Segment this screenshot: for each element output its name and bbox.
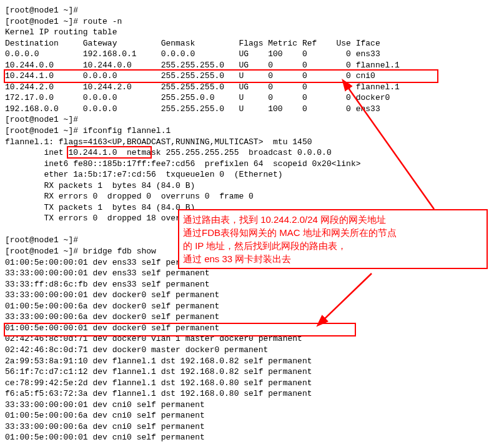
fdb-line: 33:33:00:00:00:01 dev docker0 self perma… xyxy=(5,290,499,301)
fdb-line: 33:33:00:00:00:6a dev docker0 self perma… xyxy=(5,312,499,323)
cmd-route: [root@node1 ~]# route -n xyxy=(5,16,499,27)
route-row: 10.244.1.0 0.0.0.0 255.255.255.0 U 0 0 0… xyxy=(5,71,499,82)
annotation-line: 通过FDB表得知网关的 MAC 地址和网关所在的节点 xyxy=(183,226,483,239)
fdb-line: 01:00:5e:00:00:01 dev cni0 self permanen… xyxy=(5,432,499,442)
annotation-callout: 通过路由表，找到 10.244.2.0/24 网段的网关地址 通过FDB表得知网… xyxy=(178,209,488,269)
fdb-line: 33:33:00:00:00:6a dev cni0 self permanen… xyxy=(5,421,499,433)
ifconfig-line: RX errors 0 dropped 0 overruns 0 frame 0 xyxy=(5,191,499,202)
route-row-highlight: 10.244.2.0 10.244.2.0 255.255.255.0 UG 0… xyxy=(5,82,499,93)
fdb-line: 33:33:00:00:00:01 dev ens33 self permane… xyxy=(5,268,499,279)
route-row: 0.0.0.0 192.168.0.1 0.0.0.0 UG 100 0 0 e… xyxy=(5,49,499,60)
annotation-line: 通过路由表，找到 10.244.2.0/24 网段的网关地址 xyxy=(183,213,483,226)
fdb-line: 02:42:46:8c:0d:71 dev docker0 master doc… xyxy=(5,345,499,356)
fdb-line: 02:42:46:8c:0d:71 dev docker0 vlan 1 mas… xyxy=(5,333,499,345)
route-header: Kernel IP routing table xyxy=(5,27,499,38)
route-row: 172.17.0.0 0.0.0.0 255.255.0.0 U 0 0 0 d… xyxy=(5,92,499,104)
prompt-line: [root@node1 ~]# xyxy=(5,5,499,16)
ifconfig-line: flannel.1: flags=4163<UP,BROADCAST,RUNNI… xyxy=(5,137,499,148)
fdb-line: 33:33:00:00:00:01 dev cni0 self permanen… xyxy=(5,400,499,411)
prompt-line: [root@node1 ~]# xyxy=(5,114,499,125)
fdb-line: 01:00:5e:00:00:6a dev cni0 self permanen… xyxy=(5,410,499,421)
fdb-line: 01:00:5e:00:00:01 dev docker0 self perma… xyxy=(5,323,499,334)
fdb-line: f6:a5:f5:63:72:3a dev flannel.1 dst 192.… xyxy=(5,388,499,400)
fdb-line: ce:78:99:42:5e:2d dev flannel.1 dst 192.… xyxy=(5,378,499,389)
annotation-line: 通过 ens 33 网卡封装出去 xyxy=(183,252,483,265)
ifconfig-ether-highlight: ether 1a:5b:17:e7:cd:56 txqueuelen 0 (Et… xyxy=(5,169,499,180)
route-columns: Destination Gateway Genmask Flags Metric… xyxy=(5,38,499,49)
cmd-ifconfig: [root@node1 ~]# ifconfig flannel.1 xyxy=(5,125,499,137)
annotation-line: 的 IP 地址，然后找到此网段的路由表， xyxy=(183,239,483,252)
ifconfig-line: inet 10.244.1.0 netmask 255.255.255.255 … xyxy=(5,147,499,159)
fdb-line: 33:33:ff:d8:6c:fb dev ens33 self permane… xyxy=(5,279,499,290)
fdb-line: 2a:99:53:8a:91:10 dev flannel.1 dst 192.… xyxy=(5,356,499,367)
fdb-line: 01:00:5e:00:00:6a dev docker0 self perma… xyxy=(5,301,499,312)
route-row: 192.168.0.0 0.0.0.0 255.255.255.0 U 100 … xyxy=(5,104,499,115)
ifconfig-line: inet6 fe80::185b:17ff:fee7:cd56 prefixle… xyxy=(5,159,499,170)
route-row: 10.244.0.0 10.244.0.0 255.255.255.0 UG 0… xyxy=(5,60,499,71)
ifconfig-line: RX packets 1 bytes 84 (84.0 B) xyxy=(5,180,499,192)
fdb-line-highlight: 56:1f:7c:d7:c1:12 dev flannel.1 dst 192.… xyxy=(5,366,499,378)
